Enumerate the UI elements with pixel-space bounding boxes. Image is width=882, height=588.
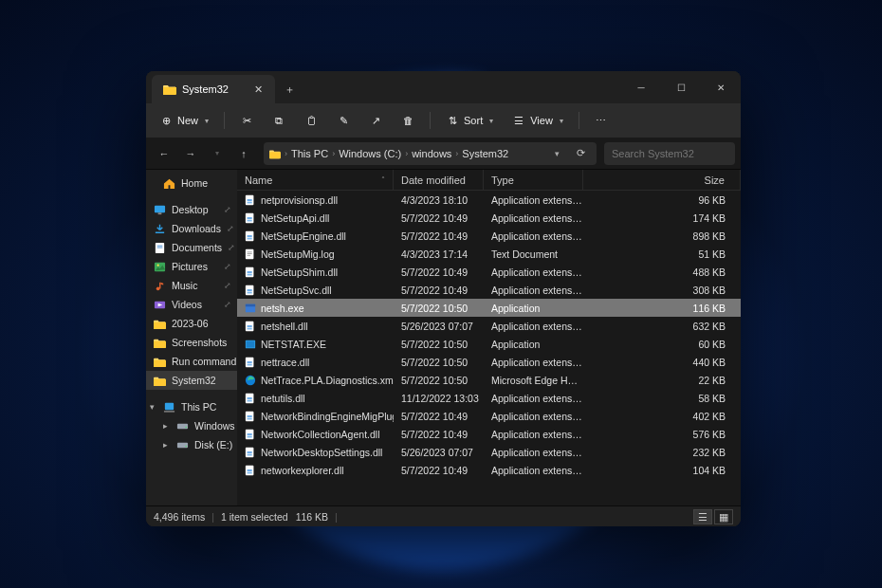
file-icon xyxy=(245,339,256,350)
sidebar-item-system32[interactable]: System32 xyxy=(146,371,237,390)
recent-dropdown[interactable]: ▾ xyxy=(205,141,230,166)
file-row[interactable]: networkexplorer.dll5/7/2022 10:49Applica… xyxy=(237,461,741,479)
search-box[interactable]: ⌕ xyxy=(604,142,735,165)
file-name: NetSetupMig.log xyxy=(261,248,335,260)
file-row[interactable]: NETSTAT.EXE5/7/2022 10:50Application60 K… xyxy=(237,335,741,353)
file-icon xyxy=(245,393,256,404)
copy-button[interactable]: ⧉ xyxy=(265,109,293,132)
sidebar-item-screenshots[interactable]: Screenshots xyxy=(146,333,237,352)
file-explorer-window: System32 ✕ ＋ ─ ☐ ✕ ⊕ New ▾ ✂ ⧉ 📋︎ ✎ ↗ 🗑︎… xyxy=(146,71,741,526)
music-icon xyxy=(154,280,166,292)
share-button[interactable]: ↗ xyxy=(361,109,390,132)
column-name[interactable]: Name˄ xyxy=(237,170,394,190)
delete-button[interactable]: 🗑︎ xyxy=(394,109,422,132)
separator xyxy=(224,112,225,129)
sidebar-drive-e[interactable]: ▸Disk (E:) xyxy=(146,435,237,454)
sidebar-item-pictures[interactable]: Pictures⤢ xyxy=(146,257,237,276)
file-type: Microsoft Edge HTML D... xyxy=(484,375,583,386)
item-count: 4,496 items xyxy=(154,511,205,523)
thumbnails-view-button[interactable]: ▦ xyxy=(714,509,733,524)
sidebar-item-music[interactable]: Music⤢ xyxy=(146,276,237,295)
sidebar-home[interactable]: Home xyxy=(146,174,237,193)
file-type: Application extension xyxy=(484,212,583,224)
file-type: Application xyxy=(484,339,583,350)
up-button[interactable]: ↑ xyxy=(231,141,256,166)
file-row[interactable]: NetSetupApi.dll5/7/2022 10:49Application… xyxy=(237,209,741,227)
view-button[interactable]: ☰ View ▾ xyxy=(505,109,571,132)
cut-button[interactable]: ✂ xyxy=(232,109,261,132)
folder-icon xyxy=(154,318,166,330)
sidebar-item-videos[interactable]: Videos⤢ xyxy=(146,295,237,314)
address-bar[interactable]: › This PC › Windows (C:) › windows › Sys… xyxy=(264,142,597,165)
maximize-button[interactable]: ☐ xyxy=(661,71,701,103)
file-row[interactable]: NetworkDesktopSettings.dll5/26/2023 07:0… xyxy=(237,443,741,461)
home-icon xyxy=(163,177,175,190)
minimize-button[interactable]: ─ xyxy=(621,71,661,103)
close-button[interactable]: ✕ xyxy=(701,71,741,103)
paste-button[interactable]: 📋︎ xyxy=(297,109,325,132)
file-icon xyxy=(245,357,256,368)
file-row[interactable]: NetSetupShim.dll5/7/2022 10:49Applicatio… xyxy=(237,263,741,281)
breadcrumb-drive[interactable]: Windows (C:) xyxy=(339,148,401,159)
file-row[interactable]: NetSetupEngine.dll5/7/2022 10:49Applicat… xyxy=(237,227,741,245)
sidebar-drive-c[interactable]: ▸Windows (C:) xyxy=(146,416,237,435)
breadcrumb-system32[interactable]: System32 xyxy=(462,148,508,159)
chevron-right-icon: › xyxy=(332,149,335,158)
sidebar-item-documents[interactable]: Documents⤢ xyxy=(146,238,237,257)
chevron-right-icon[interactable]: ▸ xyxy=(163,421,171,431)
file-date: 5/7/2022 10:49 xyxy=(394,285,484,296)
new-label: New xyxy=(177,115,198,126)
file-name: networkexplorer.dll xyxy=(261,465,344,476)
file-row[interactable]: NetworkBindingEngineMigPlugin.dll5/7/202… xyxy=(237,407,741,425)
drive-icon xyxy=(176,439,189,451)
file-name: NetworkCollectionAgent.dll xyxy=(261,429,379,440)
file-name: nettrace.dll xyxy=(261,357,309,368)
file-icon xyxy=(245,230,256,242)
file-date: 5/7/2022 10:49 xyxy=(394,465,484,476)
column-size[interactable]: Size xyxy=(583,170,741,190)
file-row[interactable]: netshell.dll5/26/2023 07:07Application e… xyxy=(237,317,741,335)
breadcrumb-windows[interactable]: windows xyxy=(412,148,451,159)
file-row[interactable]: nettrace.dll5/7/2022 10:50Application ex… xyxy=(237,353,741,371)
file-row[interactable]: NetSetupMig.log4/3/2023 17:14Text Docume… xyxy=(237,245,741,263)
sidebar-item-downloads[interactable]: Downloads⤢ xyxy=(146,219,237,238)
folder-icon xyxy=(154,337,166,349)
file-size: 308 KB xyxy=(583,285,741,296)
chevron-down-icon[interactable]: ▾ xyxy=(150,402,157,412)
file-row[interactable]: NetTrace.PLA.Diagnostics.xml5/7/2022 10:… xyxy=(237,371,741,389)
file-row[interactable]: netprovisionsp.dll4/3/2023 18:10Applicat… xyxy=(237,191,741,209)
details-view-button[interactable]: ☰ xyxy=(693,509,712,524)
file-size: 232 KB xyxy=(583,447,741,458)
tab-active[interactable]: System32 ✕ xyxy=(152,75,275,103)
status-bar: 4,496 items | 1 item selected 116 KB | ☰… xyxy=(146,505,741,526)
sidebar-item-runcommand[interactable]: Run command xyxy=(146,352,237,371)
file-row[interactable]: NetSetupSvc.dll5/7/2022 10:49Application… xyxy=(237,281,741,299)
file-row[interactable]: netutils.dll11/12/2022 13:03Application … xyxy=(237,389,741,407)
new-button[interactable]: ⊕ New ▾ xyxy=(152,109,216,132)
breadcrumb-thispc[interactable]: This PC xyxy=(291,148,328,159)
file-date: 5/7/2022 10:50 xyxy=(394,339,484,350)
new-tab-button[interactable]: ＋ xyxy=(275,75,303,103)
forward-button[interactable]: → xyxy=(178,141,203,166)
column-date[interactable]: Date modified xyxy=(394,170,484,190)
navigation-pane[interactable]: Home Desktop⤢ Downloads⤢ Documents⤢ Pict… xyxy=(146,170,237,505)
file-size: 96 KB xyxy=(583,194,741,206)
file-row[interactable]: netsh.exe5/7/2022 10:50Application116 KB xyxy=(237,299,741,317)
paste-icon: 📋︎ xyxy=(304,114,318,127)
titlebar[interactable]: System32 ✕ ＋ ─ ☐ ✕ xyxy=(146,71,741,103)
file-row[interactable]: NetworkCollectionAgent.dll5/7/2022 10:49… xyxy=(237,425,741,443)
more-button[interactable]: ⋯ xyxy=(587,109,616,132)
back-button[interactable]: ← xyxy=(152,141,176,166)
column-type[interactable]: Type xyxy=(484,170,583,190)
search-input[interactable] xyxy=(612,148,741,159)
tab-close-button[interactable]: ✕ xyxy=(250,82,266,97)
sidebar-item-folder[interactable]: 2023-06 xyxy=(146,314,237,333)
refresh-button[interactable]: ⟳ xyxy=(569,147,593,159)
sidebar-thispc[interactable]: ▾ This PC xyxy=(146,397,237,416)
chevron-right-icon[interactable]: ▸ xyxy=(163,440,171,450)
file-list[interactable]: netprovisionsp.dll4/3/2023 18:10Applicat… xyxy=(237,191,741,505)
rename-button[interactable]: ✎ xyxy=(329,109,358,132)
address-dropdown[interactable]: ▾ xyxy=(549,149,565,158)
sidebar-item-desktop[interactable]: Desktop⤢ xyxy=(146,200,237,219)
sort-button[interactable]: ⇅ Sort ▾ xyxy=(438,109,501,132)
